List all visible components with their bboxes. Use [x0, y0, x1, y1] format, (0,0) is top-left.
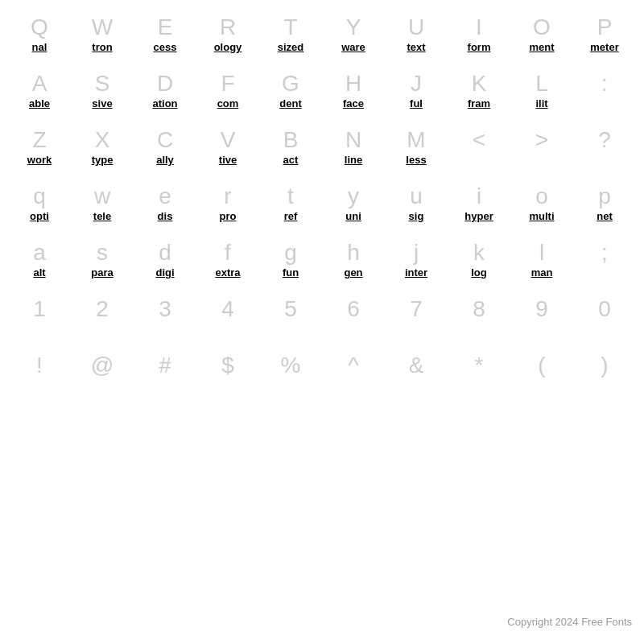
key-cell: :: [573, 64, 636, 121]
key-main-char: u: [410, 185, 423, 208]
key-cell: Gdent: [259, 64, 322, 121]
key-cell: 4: [196, 290, 259, 346]
key-cell: klog: [448, 233, 510, 290]
key-sub-text: digi: [155, 267, 174, 278]
key-cell: 8: [448, 290, 510, 346]
keyboard-grid: QnalWtronEcessRologyTsizedYwareUtextIfor…: [0, 0, 644, 402]
key-cell: Jful: [385, 64, 448, 121]
key-main-char: *: [475, 354, 484, 377]
key-cell: Kfram: [448, 64, 510, 121]
key-main-char: B: [283, 129, 299, 151]
key-cell: omulti: [510, 177, 573, 233]
key-sub-text: [352, 380, 355, 390]
key-sub-text: com: [217, 98, 239, 109]
key-cell: pnet: [573, 177, 636, 233]
key-main-char: >: [535, 129, 548, 151]
key-main-char: O: [533, 16, 551, 39]
key-main-char: 5: [284, 298, 297, 320]
key-main-char: 9: [535, 298, 548, 320]
key-main-char: 3: [159, 298, 171, 320]
key-cell: Dation: [134, 64, 196, 121]
key-row-row1: QnalWtronEcessRologyTsizedYwareUtextIfor…: [0, 8, 644, 64]
key-cell: rpro: [196, 177, 259, 233]
key-main-char: h: [347, 242, 360, 264]
key-main-char: U: [408, 16, 424, 39]
key-main-char: J: [411, 72, 422, 95]
key-cell: ;: [573, 233, 636, 290]
key-cell: Nline: [322, 121, 385, 177]
key-main-char: %: [281, 354, 301, 377]
key-main-char: g: [284, 242, 297, 264]
key-main-char: T: [283, 16, 297, 39]
key-sub-text: [415, 380, 418, 390]
key-main-char: 4: [221, 298, 234, 320]
key-row-row4: qoptiwteleedisrprotrefyuniusigihyperomul…: [0, 177, 644, 233]
key-sub-text: ology: [214, 42, 242, 52]
key-cell: lman: [510, 233, 573, 290]
key-main-char: e: [159, 185, 171, 208]
key-sub-text: fun: [283, 267, 299, 278]
key-sub-text: [540, 155, 543, 165]
key-sub-text: [38, 324, 41, 334]
key-main-char: k: [473, 242, 485, 264]
key-main-char: M: [407, 129, 425, 151]
key-sub-text: opti: [30, 211, 49, 221]
key-cell: Ecess: [134, 8, 196, 64]
key-sub-text: pro: [220, 211, 237, 221]
key-sub-text: net: [597, 211, 613, 221]
key-cell: ^: [322, 346, 385, 402]
key-sub-text: ware: [341, 42, 365, 52]
key-sub-text: multi: [529, 211, 554, 221]
key-main-char: L: [535, 72, 548, 95]
key-cell: Cally: [134, 121, 196, 177]
key-sub-text: cess: [154, 42, 177, 52]
key-sub-text: [289, 380, 292, 390]
key-sub-text: [101, 324, 104, 334]
key-main-char: 6: [347, 298, 360, 320]
key-cell: %: [259, 346, 322, 402]
key-main-char: A: [32, 72, 47, 95]
key-main-char: ): [601, 354, 608, 377]
key-sub-text: [226, 380, 229, 390]
key-sub-text: ref: [284, 211, 298, 221]
key-cell: Hface: [322, 64, 385, 121]
key-sub-text: para: [91, 267, 113, 278]
key-sub-text: inter: [405, 267, 427, 278]
key-row-row6: 1 2 3 4 5 6 7 8 9 0: [0, 290, 644, 346]
key-sub-text: sig: [409, 211, 424, 221]
key-cell: 5: [259, 290, 322, 346]
key-main-char: $: [221, 354, 234, 377]
key-sub-text: ally: [156, 155, 174, 165]
key-sub-text: [163, 324, 167, 334]
key-cell: spara: [71, 233, 134, 290]
key-main-char: 8: [473, 298, 485, 320]
key-sub-text: sive: [92, 98, 112, 109]
key-main-char: o: [535, 185, 548, 208]
key-cell: Fcom: [196, 64, 259, 121]
key-main-char: j: [414, 242, 419, 264]
key-sub-text: [603, 98, 606, 109]
key-main-char: ?: [598, 129, 611, 151]
key-main-char: F: [221, 72, 234, 95]
key-sub-text: line: [345, 155, 362, 165]
key-cell: hgen: [322, 233, 385, 290]
key-sub-text: dis: [158, 211, 173, 221]
key-main-char: E: [158, 16, 173, 39]
key-sub-text: face: [343, 98, 364, 109]
key-row-row7: ! @ # $ % ^ & * ( ): [0, 346, 644, 402]
key-main-char: #: [159, 354, 171, 377]
key-main-char: 1: [33, 298, 46, 320]
key-main-char: :: [601, 72, 608, 95]
key-sub-text: [603, 380, 606, 390]
key-sub-text: [603, 155, 606, 165]
key-sub-text: [101, 380, 104, 390]
key-main-char: C: [157, 129, 173, 151]
key-main-char: t: [287, 185, 294, 208]
key-main-char: Y: [346, 16, 361, 39]
key-main-char: (: [538, 354, 545, 377]
key-sub-text: form: [468, 42, 491, 52]
key-cell: 0: [573, 290, 636, 346]
key-main-char: &: [409, 354, 424, 377]
key-sub-text: sized: [278, 42, 304, 52]
key-sub-text: [540, 380, 543, 390]
